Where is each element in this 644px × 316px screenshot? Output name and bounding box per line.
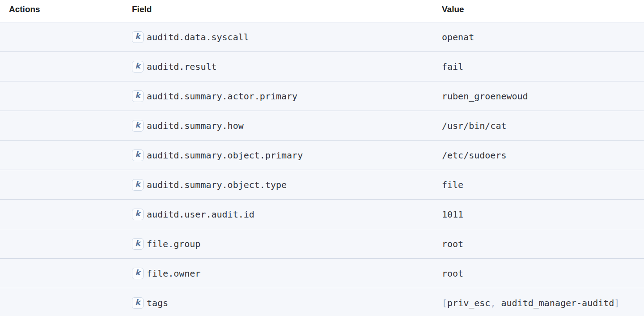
field-value: file xyxy=(442,179,463,190)
field-value: openat xyxy=(442,32,474,43)
field-value: root xyxy=(442,268,463,279)
field-cell: k file.owner xyxy=(132,268,442,279)
value-cell: /etc/sudoers xyxy=(442,150,644,161)
keyword-type-icon: k xyxy=(132,61,144,73)
field-cell: k auditd.data.syscall xyxy=(132,31,442,43)
field-cell: k tags xyxy=(132,297,442,309)
keyword-type-icon: k xyxy=(132,297,144,309)
field-cell: k auditd.summary.object.primary xyxy=(132,149,442,161)
value-cell: root xyxy=(442,239,644,249)
table-row: k auditd.summary.object.primary /etc/sud… xyxy=(0,141,644,170)
field-cell: k auditd.summary.actor.primary xyxy=(132,90,442,102)
table-row: k file.group root xyxy=(0,229,644,259)
keyword-type-icon: k xyxy=(132,179,144,191)
field-cell: k auditd.user.audit.id xyxy=(132,209,442,220)
field-cell: k auditd.result xyxy=(132,61,442,73)
table-row: k file.owner root xyxy=(0,259,644,288)
keyword-type-icon: k xyxy=(132,238,144,250)
field-value: 1011 xyxy=(442,209,463,220)
table-row: k auditd.summary.actor.primary ruben_gro… xyxy=(0,81,644,111)
value-cell: [priv_esc, auditd_manager-auditd] xyxy=(442,298,644,308)
table-row: k tags [priv_esc, auditd_manager-auditd] xyxy=(0,288,644,316)
column-header-value: Value xyxy=(442,0,644,19)
table-row: k auditd.summary.how /usr/bin/cat xyxy=(0,111,644,141)
field-name: file.owner xyxy=(147,268,200,279)
keyword-type-icon: k xyxy=(132,120,144,132)
field-name: auditd.result xyxy=(147,61,217,72)
field-name: auditd.summary.object.type xyxy=(147,179,287,190)
table-body: k auditd.data.syscall openat k auditd.re… xyxy=(0,22,644,316)
field-name: auditd.user.audit.id xyxy=(147,209,254,220)
keyword-type-icon: k xyxy=(132,268,144,279)
field-name: auditd.summary.actor.primary xyxy=(147,91,297,102)
field-value: /usr/bin/cat xyxy=(442,120,507,131)
field-name: auditd.data.syscall xyxy=(147,32,249,43)
column-header-field: Field xyxy=(132,0,442,19)
value-cell: fail xyxy=(442,61,644,72)
value-cell: file xyxy=(442,179,644,190)
keyword-type-icon: k xyxy=(132,149,144,161)
field-value: fail xyxy=(442,61,463,72)
table-header-row: Actions Field Value xyxy=(0,0,644,22)
field-value: [priv_esc, auditd_manager-auditd] xyxy=(442,298,619,308)
value-cell: openat xyxy=(442,32,644,43)
table-row: k auditd.data.syscall openat xyxy=(0,22,644,52)
field-name: tags xyxy=(147,298,168,308)
table-row: k auditd.result fail xyxy=(0,52,644,81)
keyword-type-icon: k xyxy=(132,31,144,43)
field-name: auditd.summary.object.primary xyxy=(147,150,303,161)
field-cell: k auditd.summary.how xyxy=(132,120,442,132)
keyword-type-icon: k xyxy=(132,209,144,220)
field-value: root xyxy=(442,239,463,249)
field-value: /etc/sudoers xyxy=(442,150,507,161)
table-row: k auditd.summary.object.type file xyxy=(0,170,644,200)
field-name: auditd.summary.how xyxy=(147,120,244,131)
field-value-table: Actions Field Value k auditd.data.syscal… xyxy=(0,0,644,316)
value-cell: 1011 xyxy=(442,209,644,220)
value-cell: ruben_groenewoud xyxy=(442,91,644,102)
table-row: k auditd.user.audit.id 1011 xyxy=(0,200,644,229)
field-cell: k file.group xyxy=(132,238,442,250)
field-cell: k auditd.summary.object.type xyxy=(132,179,442,191)
field-value: ruben_groenewoud xyxy=(442,91,528,102)
keyword-type-icon: k xyxy=(132,90,144,102)
column-header-actions: Actions xyxy=(0,0,132,19)
field-name: file.group xyxy=(147,239,200,249)
value-cell: /usr/bin/cat xyxy=(442,120,644,131)
value-cell: root xyxy=(442,268,644,279)
